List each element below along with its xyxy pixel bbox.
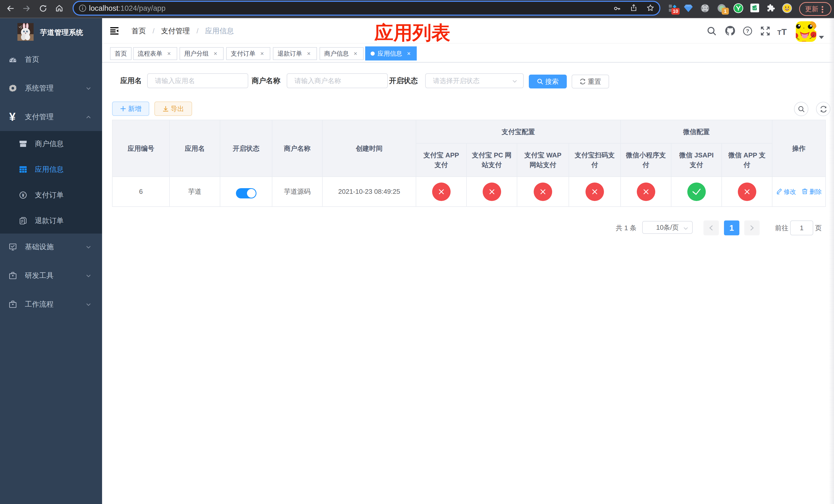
svg-text:T: T <box>782 27 787 36</box>
svg-text:?: ? <box>746 28 749 34</box>
svg-text:T: T <box>777 29 782 36</box>
svg-text:¥: ¥ <box>22 193 24 198</box>
